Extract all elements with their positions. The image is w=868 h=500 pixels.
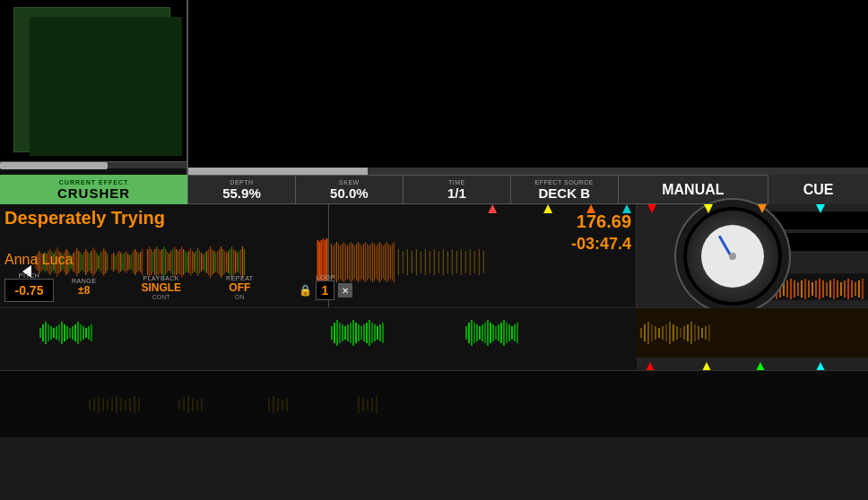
- range-group: RANGE ±8: [72, 278, 96, 297]
- effect-manual-button[interactable]: MANUAL: [619, 175, 768, 204]
- transport-row: PITCH -0.75 RANGE ±8 PLAYBACK SINGLE CON…: [4, 272, 352, 302]
- knob-inner: [701, 225, 764, 288]
- playback-sub: CONT: [152, 294, 170, 300]
- skew-label: SKEW: [339, 179, 360, 185]
- bottom-waveform[interactable]: [0, 308, 637, 371]
- effect-depth[interactable]: DEPTH 55.9%: [188, 175, 296, 204]
- very-bottom-waveform: [0, 371, 868, 437]
- repeat-group: REPEAT OFF ON: [226, 275, 254, 300]
- svg-rect-210: [0, 308, 637, 358]
- depth-label: DEPTH: [230, 179, 253, 185]
- current-effect-value: CRUSHER: [57, 185, 130, 201]
- range-value: ±8: [78, 284, 90, 297]
- depth-value: 55.9%: [222, 185, 261, 201]
- effect-skew[interactable]: SKEW 50.0%: [296, 175, 404, 204]
- time-value: 1/1: [447, 185, 466, 201]
- pitch-knob[interactable]: [683, 207, 782, 306]
- svg-rect-271: [637, 308, 868, 358]
- skew-value: 50.0%: [330, 185, 369, 201]
- deck-section: Desperately Trying 176.69 Anna Luca -03:…: [0, 204, 868, 437]
- effect-source-value: DECK B: [538, 185, 590, 201]
- bottom-waveform-svg: [0, 308, 637, 358]
- playback-value: SINGLE: [141, 281, 181, 294]
- very-bottom-strip: [0, 370, 868, 437]
- pitch-value: -0.75: [15, 283, 44, 297]
- bottom-right-markers: [637, 358, 868, 371]
- bottom-right-waveform-svg: [637, 308, 868, 358]
- effect-cue-button[interactable]: CUE: [768, 175, 868, 204]
- bottom-right-panel: [637, 308, 868, 371]
- bottom-markers: [0, 358, 637, 371]
- manual-label: MANUAL: [662, 182, 724, 198]
- loop-display: 🔒 1 ✕: [299, 280, 353, 300]
- repeat-label: REPEAT: [226, 275, 254, 281]
- loop-group: LOOP 🔒 1 ✕: [299, 274, 353, 300]
- top-section: [0, 0, 868, 175]
- repeat-sub: ON: [235, 294, 245, 300]
- effect-source-label: EFFECT SOURCE: [534, 179, 594, 185]
- cue-marker-red-top: [647, 204, 656, 213]
- right-panel: [188, 0, 868, 175]
- loop-clear-button[interactable]: ✕: [338, 283, 352, 297]
- pitch-label: PITCH: [19, 272, 40, 279]
- time-label: TIME: [448, 179, 465, 185]
- knob-dot: [729, 253, 736, 260]
- bottom-waveform-section: [0, 307, 868, 370]
- effect-bar: CURRENT EFFECT CRUSHER DEPTH 55.9% SKEW …: [0, 175, 868, 204]
- pitch-display[interactable]: -0.75: [4, 279, 54, 302]
- waveform-row: Desperately Trying 176.69 Anna Luca -03:…: [0, 204, 868, 307]
- effect-time[interactable]: TIME 1/1: [404, 175, 511, 204]
- pitch-group: PITCH -0.75: [4, 272, 54, 302]
- loop-number[interactable]: 1: [316, 280, 335, 300]
- repeat-value: OFF: [229, 281, 250, 294]
- left-panel: [0, 0, 188, 175]
- main-waveform[interactable]: Desperately Trying 176.69 Anna Luca -03:…: [0, 204, 637, 307]
- effect-source[interactable]: EFFECT SOURCE DECK B: [511, 175, 619, 204]
- knob-panel: ser: [637, 204, 868, 307]
- current-effect[interactable]: CURRENT EFFECT CRUSHER: [0, 175, 188, 204]
- playback-label: PLAYBACK: [143, 275, 179, 281]
- loop-label: LOOP: [316, 274, 334, 280]
- range-label: RANGE: [72, 278, 96, 284]
- playback-group: PLAYBACK SINGLE CONT: [141, 275, 181, 300]
- lock-icon: 🔒: [299, 284, 312, 297]
- cue-label: CUE: [803, 182, 834, 198]
- current-effect-label: CURRENT EFFECT: [59, 179, 128, 185]
